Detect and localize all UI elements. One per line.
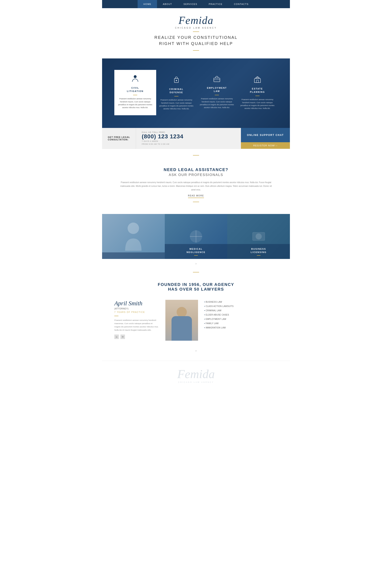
- gallery-next-button[interactable]: ›: [102, 259, 290, 268]
- practice-gallery: MEDICAL NEGLIGENCE BUSINESS LICENSING: [102, 214, 290, 259]
- attorney-name: April Smith: [114, 300, 159, 307]
- footer-logo: Femida CHICAGO LAW AGENCY: [102, 361, 290, 387]
- legal-assist-title: NEED LEGAL ASSISTANCE?: [118, 167, 274, 172]
- attorney-section: April Smith (ATTORNEY) 7 YEARS OF PRACTI…: [102, 294, 290, 347]
- site-logo: Femida: [106, 14, 286, 26]
- call-number: (800) 123 1234: [142, 133, 235, 140]
- svg-point-0: [134, 75, 137, 78]
- read-more-button[interactable]: READ MORE: [188, 195, 204, 198]
- employment-icon: [200, 76, 234, 83]
- nav-contacts[interactable]: CONTACTS: [228, 0, 254, 8]
- nav-services[interactable]: SERVICES: [178, 0, 203, 8]
- estate-icon: [240, 76, 275, 84]
- specialty-7: IMMIGRATION LAW: [204, 326, 278, 330]
- practice-areas: CIVIL LITIGATION Praesent vestibulum aen…: [114, 72, 278, 114]
- attorney-portrait: [171, 307, 192, 341]
- svg-point-13: [256, 233, 262, 240]
- nav-practice[interactable]: PRACTICE: [203, 0, 228, 8]
- tagline-divider: [193, 50, 199, 51]
- criminal-icon: [159, 76, 194, 85]
- linkedin-icon[interactable]: in: [114, 335, 119, 339]
- employment-desc: Praesent vestibulum aenean nonummy hendr…: [200, 97, 234, 109]
- svg-rect-3: [214, 78, 220, 82]
- consult-chat: ONLINE SUPPORT CHAT REGISTER NOW!: [241, 128, 290, 149]
- site-tagline-sub: CHICAGO LAW AGENCY: [106, 27, 286, 29]
- civil-divider: [133, 95, 137, 95]
- founded-section: FOUNDED IN 1956, OUR AGENCY HAS OVER 50 …: [102, 276, 290, 294]
- civil-desc: Praesent vestibulum aenean nonummy hendr…: [118, 97, 153, 109]
- practice-civil[interactable]: CIVIL LITIGATION Praesent vestibulum aen…: [114, 70, 156, 115]
- specialty-3: CRIMINAL LAW: [204, 308, 278, 313]
- civil-icon: [118, 75, 153, 83]
- call-label: CALL US TOLL FREE:: [142, 131, 235, 133]
- specialty-5: EMPLOYMENT LAW: [204, 317, 278, 321]
- practice-criminal[interactable]: CRIMINAL DEFENSE Praesent vestibulum aen…: [156, 72, 197, 114]
- nav-about[interactable]: ABOUT: [157, 0, 178, 8]
- attorney-title: (ATTORNEY): [114, 308, 159, 310]
- gallery-item-2[interactable]: MEDICAL NEGLIGENCE: [165, 214, 227, 259]
- consult-phone: CALL US TOLL FREE: (800) 123 1234 7 DAYS…: [136, 128, 241, 149]
- gallery-item-1[interactable]: [102, 214, 165, 259]
- email-icon[interactable]: ✉: [121, 335, 125, 339]
- attorney-years: 7 YEARS OF PRACTICE: [114, 311, 159, 313]
- specialty-1: BUSINESS LAW: [204, 300, 278, 304]
- employment-title: EMPLOYMENT LAW: [200, 86, 234, 93]
- attorney-next-button[interactable]: ›: [102, 347, 290, 357]
- consultation-bar: GET FREE LEGALCONSULTATION: CALL US TOLL…: [102, 128, 290, 149]
- section-divider-2: [193, 272, 199, 272]
- practice-employment[interactable]: EMPLOYMENT LAW Praesent vestibulum aenea…: [197, 72, 237, 113]
- gallery-label-2: MEDICAL NEGLIGENCE: [168, 247, 224, 254]
- site-header: Femida CHICAGO LAW AGENCY REALIZE YOUR C…: [102, 8, 290, 59]
- specialty-6: FAMILY LAW: [204, 321, 278, 326]
- footer-logo-sub: CHICAGO LAW AGENCY: [106, 381, 286, 383]
- estate-title: ESTATE PLANNING: [240, 87, 275, 94]
- header-tagline: REALIZE YOUR CONSTITUTIONAL RIGHT WITH Q…: [106, 34, 286, 47]
- estate-desc: Praesent vestibulum aenean nonummy hendr…: [240, 98, 275, 110]
- gallery-divider-2: [194, 255, 198, 256]
- gallery-item-3[interactable]: BUSINESS LICENSING: [227, 214, 290, 259]
- specialty-4: ELDER ABUSE CASES: [204, 313, 278, 317]
- consult-text: GET FREE LEGALCONSULTATION:: [108, 136, 130, 141]
- criminal-desc: Praesent vestibulum aenean nonummy hendr…: [159, 98, 194, 110]
- section-divider-1: [193, 155, 199, 155]
- legal-assist-body: Praesent vestibulum aenean nonummy hendr…: [118, 181, 274, 192]
- gallery-overlay-2: MEDICAL NEGLIGENCE: [165, 244, 227, 259]
- nav-home[interactable]: HOME: [138, 0, 157, 8]
- civil-title: CIVIL LITIGATION: [118, 86, 153, 93]
- attorney-social: in ✉: [114, 335, 159, 339]
- legal-assist-subtitle: ASK OUR PROFESSIONALS: [118, 173, 274, 177]
- gallery-overlay-1: [102, 252, 165, 259]
- founded-title: FOUNDED IN 1956, OUR AGENCY HAS OVER 50 …: [114, 282, 278, 292]
- attorney-divider: [114, 316, 118, 316]
- attorney-specialties: BUSINESS LAW CLASS ACTION LAWSUITS CRIMI…: [204, 300, 278, 330]
- svg-point-8: [128, 222, 139, 234]
- attorney-photo: [165, 300, 198, 341]
- consult-label: GET FREE LEGALCONSULTATION:: [102, 131, 136, 145]
- practice-estate[interactable]: ESTATE PLANNING Praesent vestibulum aene…: [237, 72, 278, 114]
- gallery-divider-3: [257, 255, 260, 256]
- hero-section: CIVIL LITIGATION Praesent vestibulum aen…: [102, 59, 290, 128]
- attorney-bio: Praesent vestibulum aenean nonummy hendr…: [114, 319, 159, 332]
- read-more-divider: [193, 202, 199, 202]
- gallery-label-3: BUSINESS LICENSING: [231, 247, 287, 254]
- gallery-overlay-3: BUSINESS LICENSING: [227, 244, 290, 259]
- header-divider: [193, 32, 199, 32]
- register-button[interactable]: REGISTER NOW!: [241, 142, 290, 149]
- criminal-title: CRIMINAL DEFENSE: [159, 88, 194, 94]
- online-chat-button[interactable]: ONLINE SUPPORT CHAT: [241, 128, 290, 142]
- gallery-bg-1: [102, 214, 165, 259]
- specialty-2: CLASS ACTION LAWSUITS: [204, 304, 278, 308]
- call-hours: 7 DAYS A WEEK FROM 9:00 AM TO 2:00 AM: [142, 140, 235, 146]
- criminal-divider: [174, 96, 179, 96]
- svg-point-2: [176, 80, 177, 81]
- main-nav: HOME ABOUT SERVICES PRACTICE CONTACTS: [102, 0, 290, 8]
- attorney-info: April Smith (ATTORNEY) 7 YEARS OF PRACTI…: [114, 300, 159, 339]
- legal-assist-section: NEED LEGAL ASSISTANCE? ASK OUR PROFESSIO…: [102, 159, 290, 210]
- svg-rect-6: [257, 80, 258, 82]
- employment-divider: [215, 95, 219, 95]
- footer-logo-text: Femida: [106, 367, 286, 381]
- estate-divider: [255, 96, 259, 96]
